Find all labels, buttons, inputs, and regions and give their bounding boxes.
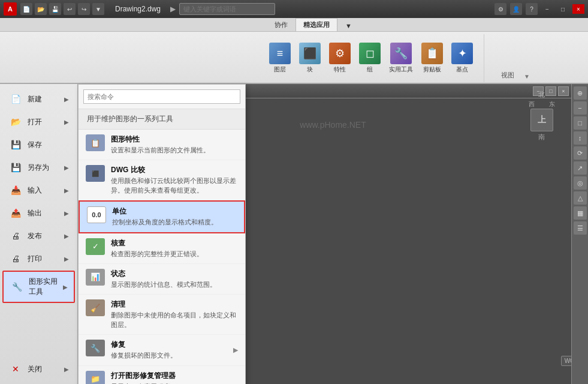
sidebar-item-saveas[interactable]: 💾 另存为 ▶ (2, 157, 75, 178)
ribbon-item-shiyong[interactable]: 🔧 实用工具 (387, 41, 415, 76)
rt-btn-8[interactable]: △ (574, 191, 587, 205)
qingli-text: 清理 删除图形中未使用的命名项目，如块定义和图层。 (111, 299, 238, 329)
close-button[interactable]: × (572, 4, 584, 14)
view-arrow: ▼ (524, 73, 530, 80)
menu-item-xiufu[interactable]: 🔧 修复 修复损坏的图形文件。 ▶ (79, 335, 245, 365)
ribbon-content: ≡ 图层 ⬛ 块 ⚙ 特性 ◻ 组 🔧 实用工具 (0, 32, 588, 85)
ribbon: 协作 精选应用 ▼ ≡ 图层 ⬛ 块 ⚙ 特性 ◻ 组 (0, 18, 588, 84)
compass-box: 上 (530, 109, 553, 131)
export-icon: 📤 (8, 207, 23, 219)
toolbar-extra[interactable]: ▼ (92, 3, 104, 15)
jiancha-text: 核查 检查图形的完整性并更正错误。 (111, 238, 203, 259)
compass-west: 西 (529, 100, 535, 109)
rt-btn-1[interactable]: ⊕ (574, 86, 587, 100)
zhuangtai-text: 状态 显示图形的统计信息、模式和范围。 (111, 269, 216, 289)
menu-item-tuxing[interactable]: 📋 图形特性 设置和显示当前图形的文件属性。 (79, 130, 245, 160)
menu-search-input[interactable] (83, 89, 240, 104)
menu-item-qingli[interactable]: 🧹 清理 删除图形中未使用的命名项目，如块定义和图层。 (79, 295, 245, 335)
sidebar-item-tools[interactable]: 🔧 图形实用 工具 ▶ (2, 271, 75, 303)
ribbon-item-zu[interactable]: ◻ 组 (357, 41, 383, 76)
open-manager-title: 打开图形修复管理器 (111, 371, 176, 381)
tuxing-icon: 📋 (86, 134, 105, 151)
tools-icon: 🔧 (10, 281, 24, 293)
ribbon-items: ≡ 图层 ⬛ 块 ⚙ 特性 ◻ 组 🔧 实用工具 (267, 41, 475, 76)
ribbon-tabs: 协作 精选应用 ▼ (0, 18, 588, 32)
import-label: 输入 (28, 185, 42, 196)
xiufu-icon: 🔧 (86, 340, 105, 356)
ribbon-item-jiantie[interactable]: 📋 剪贴板 (419, 41, 445, 76)
watermark: www.pHome.NET (300, 120, 366, 130)
title-bar: A 📄 📂 💾 ↩ ↪ ▼ Drawing2.dwg ▶ ⚙ 👤 ? − □ × (0, 0, 588, 18)
menu-panel-header: 用于维护图形的一系列工具 (79, 109, 245, 130)
menu-item-danwei[interactable]: 0.0 单位 控制坐标及角度的显示格式和精度。 (79, 200, 245, 233)
left-sidebar: 📄 新建 ▶ 📂 打开 ▶ 💾 保存 💾 另存为 ▶ 📥 输入 ▶ 📤 输出 ▶ (0, 84, 78, 384)
publish-icon: 🖨 (8, 230, 23, 242)
maximize-button[interactable]: □ (557, 4, 569, 14)
sidebar-item-open[interactable]: 📂 打开 ▶ (2, 111, 75, 133)
save-label: 保存 (28, 140, 42, 150)
title-bar-right: ⚙ 👤 ? − □ × (494, 3, 584, 15)
toolbar-new[interactable]: 📄 (20, 3, 32, 15)
ribbon-item-texing[interactable]: ⚙ 特性 (327, 41, 353, 76)
menu-search-bar (79, 85, 245, 109)
ribbon-item-kuai[interactable]: ⬛ 块 (297, 41, 323, 76)
toolbar-redo[interactable]: ↪ (78, 3, 90, 15)
new-icon: 📄 (8, 93, 23, 105)
xiufu-arrow: ▶ (233, 346, 238, 354)
menu-item-jiancha[interactable]: ✓ 核查 检查图形的完整性并更正错误。 (79, 233, 245, 264)
sidebar-item-export[interactable]: 📤 输出 ▶ (2, 202, 75, 224)
import-icon: 📥 (8, 184, 23, 196)
tab-jingxuan[interactable]: 精选应用 (295, 18, 337, 31)
sidebar-item-import[interactable]: 📥 输入 ▶ (2, 179, 75, 201)
toolbar-undo[interactable]: ↩ (64, 3, 76, 15)
saveas-label: 另存为 (28, 163, 49, 173)
qingli-icon: 🧹 (86, 299, 105, 316)
info-icon[interactable]: ? (526, 3, 538, 15)
rt-btn-5[interactable]: ⟳ (574, 146, 587, 160)
rt-btn-9[interactable]: ▦ (574, 206, 587, 220)
danwei-text: 单位 控制坐标及角度的显示格式和精度。 (112, 206, 218, 227)
sub-close[interactable]: × (558, 86, 569, 96)
rt-btn-6[interactable]: ↗ (574, 161, 587, 175)
filename-arrow: ▶ (170, 5, 176, 13)
help-icons[interactable]: ⚙ (494, 3, 506, 15)
export-label: 输出 (28, 208, 42, 218)
menu-item-zhuangtai[interactable]: 📊 状态 显示图形的统计信息、模式和范围。 (79, 264, 245, 295)
properties-label: 特性 (334, 65, 346, 74)
open-manager-desc: 显示上一次应用程序... (111, 382, 176, 384)
minimize-button[interactable]: − (541, 4, 553, 14)
sidebar-item-print[interactable]: 🖨 打印 ▶ (2, 248, 75, 269)
properties-icon: ⚙ (329, 43, 351, 64)
sidebar-item-save[interactable]: 💾 保存 (2, 134, 75, 155)
rt-btn-7[interactable]: ◎ (574, 176, 587, 190)
rt-btn-4[interactable]: ↕ (574, 131, 587, 145)
ribbon-item-cengci[interactable]: ≡ 图层 (267, 41, 293, 76)
main-area: 📄 新建 ▶ 📂 打开 ▶ 💾 保存 💾 另存为 ▶ 📥 输入 ▶ 📤 输出 ▶ (0, 84, 588, 384)
danwei-title: 单位 (112, 206, 218, 217)
close-x-icon: ✕ (8, 363, 23, 375)
open-manager-text: 打开图形修复管理器 显示上一次应用程序... (111, 371, 176, 384)
rt-btn-2[interactable]: − (574, 101, 587, 115)
basepoint-icon: ✦ (451, 43, 473, 64)
account-icon[interactable]: 👤 (510, 3, 522, 15)
qingli-title: 清理 (111, 299, 238, 310)
export-arrow: ▶ (64, 210, 69, 217)
ribbon-item-jidian[interactable]: ✦ 基点 (449, 41, 475, 76)
menu-item-open-manager[interactable]: 📁 打开图形修复管理器 显示上一次应用程序... (79, 366, 245, 384)
title-search-input[interactable] (179, 3, 275, 15)
rt-btn-10[interactable]: ☰ (574, 221, 587, 235)
sidebar-item-publish[interactable]: 🖨 发布 ▶ (2, 225, 75, 247)
toolbar-open[interactable]: 📂 (35, 3, 47, 15)
sidebar-item-new[interactable]: 📄 新建 ▶ (2, 88, 75, 110)
app-logo: A (4, 2, 17, 16)
block-icon: ⬛ (299, 43, 321, 64)
toolbar-save[interactable]: 💾 (49, 3, 61, 15)
group-icon: ◻ (359, 43, 381, 64)
sidebar-item-close[interactable]: ✕ 关闭 ▶ (2, 358, 75, 380)
tab-xiezuo[interactable]: 协作 (267, 18, 295, 31)
xiufu-desc: 修复损坏的图形文件。 (111, 351, 177, 360)
tab-extra[interactable]: ▼ (337, 20, 360, 31)
rt-btn-3[interactable]: □ (574, 116, 587, 130)
menu-item-dwg[interactable]: ⬛ DWG 比较 使用颜色和修订云线比较两个图形以显示差异。使用前头来查看每组更… (79, 160, 245, 200)
tuxing-desc: 设置和显示当前图形的文件属性。 (111, 146, 210, 155)
